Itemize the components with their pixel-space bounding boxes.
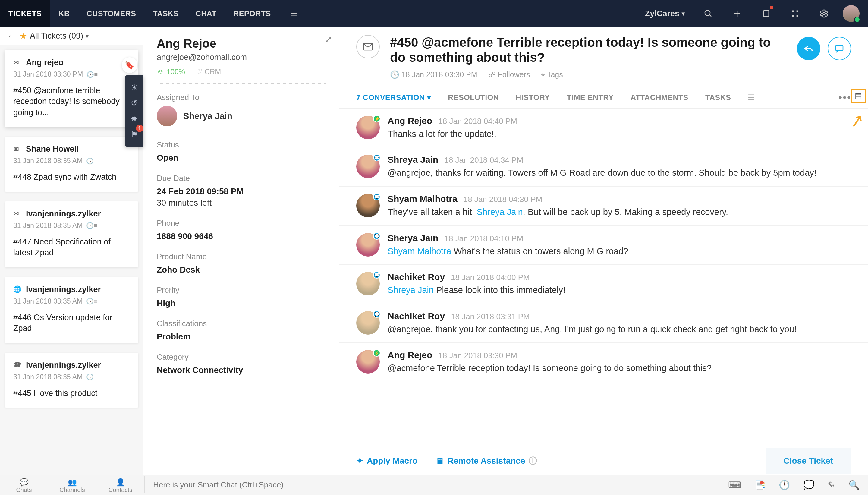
ticket-card[interactable]: 🌐Ivanjennings.zylker 31 Jan 2018 08:35 A…	[5, 277, 138, 343]
message-author: Ang Rejeo	[387, 116, 432, 126]
chevron-down-icon[interactable]: ▾	[86, 33, 89, 40]
tab-tasks[interactable]: TASKS	[705, 93, 731, 102]
message-text: @angrejoe, thanks for waiting. Towers of…	[387, 167, 851, 179]
tab-conversation[interactable]: 7 CONVERSATION ▾	[356, 93, 431, 102]
bug-icon[interactable]: ✸	[128, 111, 140, 126]
tags-link[interactable]: ⌖ Tags	[541, 70, 563, 79]
search-icon[interactable]	[699, 4, 717, 23]
message-timestamp: 18 Jan 2018 03:30 PM	[438, 351, 517, 360]
clock-icon: 🕓	[86, 157, 94, 165]
field-label: Category	[157, 353, 326, 362]
back-icon[interactable]: ←	[7, 31, 15, 41]
keyboard-icon[interactable]: ⌨	[728, 480, 741, 490]
chevron-down-icon: ▾	[682, 10, 685, 17]
flag-icon[interactable]: ⚑1	[128, 126, 140, 142]
search-bottom-icon[interactable]: 🔍	[848, 480, 860, 490]
lightbulb-icon[interactable]: ☀	[128, 80, 140, 95]
field-value: 24 Feb 2018 09:58 PM	[157, 187, 326, 196]
add-icon[interactable]	[728, 4, 746, 23]
nav-kb[interactable]: KB	[50, 0, 78, 27]
message-row[interactable]: ⚡ Ang Rejeo18 Jan 2018 04:40 PM Thanks a…	[340, 108, 868, 148]
tab-time-entry[interactable]: TIME ENTRY	[567, 93, 614, 102]
nav-chat[interactable]: CHAT	[187, 0, 225, 27]
inbox-icon[interactable]: 📑	[754, 480, 765, 490]
reply-button[interactable]	[797, 37, 820, 60]
nav-reports[interactable]: REPORTS	[225, 0, 279, 27]
svg-rect-4	[763, 11, 769, 17]
clock-icon[interactable]: 🕒	[779, 480, 790, 490]
comment-button[interactable]	[828, 37, 851, 60]
layers-highlight-icon[interactable]: ▤	[851, 89, 866, 103]
bottom-tab-chats[interactable]: 💬Chats	[0, 476, 48, 494]
ticket-card[interactable]: ✉Ang rejeo 31 Jan 2018 03:30 PM🕓≡ #450 @…	[5, 50, 138, 127]
ticket-list-header[interactable]: ← ★ All Tickets (09) ▾	[0, 27, 143, 45]
profile-avatar[interactable]	[843, 5, 860, 22]
message-list[interactable]: ⚡ Ang Rejeo18 Jan 2018 04:40 PM Thanks a…	[340, 108, 868, 447]
message-row[interactable]: 💬 Shreya Jain18 Jan 2018 04:34 PM @angre…	[340, 148, 868, 187]
assigned-to-label: Assigned To	[157, 93, 326, 102]
tab-resolution[interactable]: RESOLUTION	[448, 93, 499, 102]
bottom-tab-channels[interactable]: 👥Channels	[48, 476, 97, 494]
nav-more-icon[interactable]: ☰	[285, 4, 303, 23]
crm-badge[interactable]: ♡ CRM	[196, 68, 221, 76]
nav-tasks[interactable]: TASKS	[144, 0, 187, 27]
ticket-card[interactable]: ☎Ivanjennings.zylker 31 Jan 2018 08:35 A…	[5, 353, 138, 408]
message-row[interactable]: 💬 Sherya Jain18 Jan 2018 04:10 PM Shyam …	[340, 226, 868, 265]
message-avatar: ⚡	[356, 116, 380, 139]
ticket-meta: 31 Jan 2018 08:35 AM	[13, 373, 83, 381]
message-author: Shyam Malhotra	[387, 194, 457, 204]
nav-tickets[interactable]: TICKETS	[0, 0, 50, 27]
ticket-card[interactable]: ✉Ivanjennings.zylker 31 Jan 2018 08:35 A…	[5, 201, 138, 268]
ticket-from: Shane Howell	[26, 144, 79, 154]
smart-chat-input[interactable]	[145, 480, 728, 490]
star-icon: ★	[20, 31, 27, 41]
svg-rect-10	[364, 44, 372, 50]
conversation-tabs: 7 CONVERSATION ▾ RESOLUTION HISTORY TIME…	[340, 87, 868, 108]
more-actions-icon[interactable]: •••	[838, 92, 851, 103]
ticket-list[interactable]: ✉Ang rejeo 31 Jan 2018 03:30 PM🕓≡ #450 @…	[0, 45, 143, 475]
ticket-from: Ivanjennings.zylker	[26, 361, 101, 370]
settings-icon[interactable]	[815, 4, 833, 23]
apps-icon[interactable]	[786, 4, 804, 23]
message-row[interactable]: 💬 Nachiket Roy18 Jan 2018 04:00 PM Shrey…	[340, 265, 868, 304]
apply-macro-button[interactable]: ✦ Apply Macro	[356, 456, 417, 466]
field-value: Zoho Desk	[157, 265, 326, 275]
message-text: Thanks a lot for the update!.	[387, 128, 851, 140]
message-row[interactable]: ⚡ Ang Rejeo18 Jan 2018 03:30 PM @acmefon…	[340, 343, 868, 382]
tag-float-icon[interactable]: 🔖	[122, 57, 137, 73]
ticket-number: #447	[13, 237, 31, 246]
clock-icon: 🕓≡	[86, 297, 97, 305]
presence-badge: ⚡	[373, 349, 380, 357]
org-switcher[interactable]: ZylCares▾	[645, 9, 685, 18]
tab-history[interactable]: HISTORY	[516, 93, 550, 102]
history-icon[interactable]: ↺	[128, 95, 140, 111]
nav-customers[interactable]: CUSTOMERS	[79, 0, 145, 27]
assignee-row[interactable]: Sherya Jain	[157, 106, 326, 126]
expand-icon[interactable]: ⤢	[325, 34, 332, 44]
ticket-subject: Zpad sync with Zwatch	[34, 172, 117, 182]
notifications-icon[interactable]	[757, 4, 775, 23]
presence-badge: ⚡	[373, 115, 380, 122]
edit-icon[interactable]: ✎	[828, 480, 835, 490]
ticket-card[interactable]: ✉Shane Howell 31 Jan 2018 08:35 AM🕓 #448…	[5, 137, 138, 191]
filter-icon[interactable]: ☰	[748, 93, 755, 102]
svg-rect-7	[792, 15, 794, 17]
message-row[interactable]: 💬 Nachiket Roy18 Jan 2018 03:31 PM @angr…	[340, 304, 868, 343]
close-ticket-button[interactable]: Close Ticket	[765, 448, 851, 474]
remote-assistance-button[interactable]: 🖥 Remote Assistance ⓘ	[435, 455, 537, 467]
bottom-tab-contacts[interactable]: 👤Contacts	[97, 476, 145, 494]
message-row[interactable]: 💬 Shyam Malhotra18 Jan 2018 04:30 PM The…	[340, 187, 868, 226]
ticket-from: Ivanjennings.zylker	[26, 209, 101, 219]
tab-attachments[interactable]: ATTACHMENTS	[630, 93, 688, 102]
presence-badge: 💬	[373, 154, 380, 161]
svg-rect-11	[836, 45, 843, 50]
chat-bubble-icon[interactable]: 💭	[803, 480, 814, 490]
message-text: @angrejoe, thank you for contacting us, …	[387, 323, 851, 336]
followers-link[interactable]: ☍ Followers	[488, 70, 530, 79]
field-value: Problem	[157, 332, 326, 342]
presence-badge: 💬	[373, 233, 380, 240]
ticket-meta: 31 Jan 2018 03:30 PM	[13, 70, 83, 79]
message-timestamp: 18 Jan 2018 04:00 PM	[451, 273, 530, 282]
message-timestamp: 18 Jan 2018 04:10 PM	[444, 234, 523, 243]
message-text: They've all taken a hit, Shreya Jain. Bu…	[387, 206, 851, 218]
